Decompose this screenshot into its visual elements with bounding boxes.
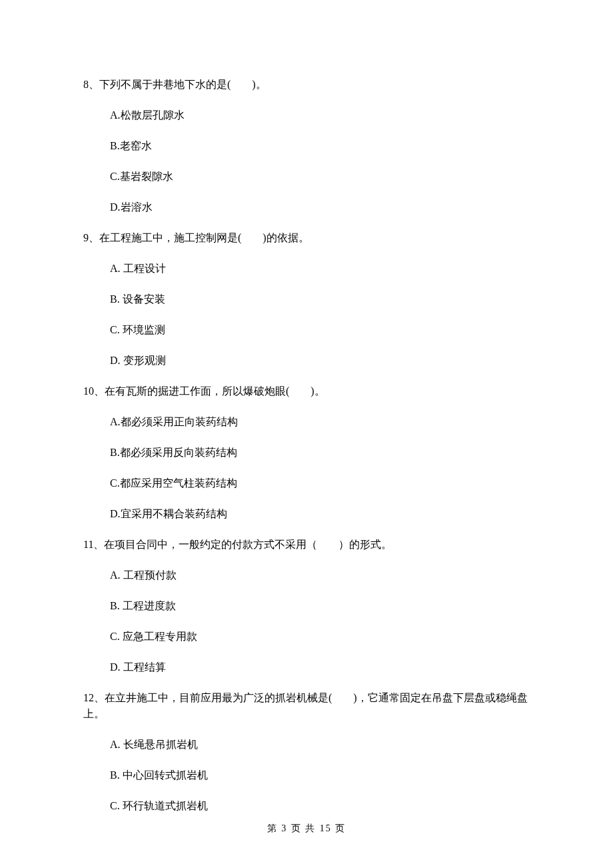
question-11: 11、在项目合同中，一般约定的付款方式不采用（ ）的形式。 A. 工程预付款 B… (83, 537, 530, 675)
option-a: A. 长绳悬吊抓岩机 (83, 737, 530, 753)
page-content: 8、下列不属于井巷地下水的是( )。 A.松散层孔隙水 B.老窑水 C.基岩裂隙… (0, 0, 613, 814)
option-d: D. 变形观测 (83, 353, 530, 369)
question-8: 8、下列不属于井巷地下水的是( )。 A.松散层孔隙水 B.老窑水 C.基岩裂隙… (83, 77, 530, 215)
option-b: B. 设备安装 (83, 291, 530, 307)
question-text: 11、在项目合同中，一般约定的付款方式不采用（ ）的形式。 (83, 537, 530, 553)
option-a: A.松散层孔隙水 (83, 107, 530, 123)
option-d: D.岩溶水 (83, 199, 530, 215)
option-b: B.都必须采用反向装药结构 (83, 445, 530, 461)
question-9: 9、在工程施工中，施工控制网是( )的依据。 A. 工程设计 B. 设备安装 C… (83, 230, 530, 369)
option-c: C.都应采用空气柱装药结构 (83, 475, 530, 491)
option-b: B.老窑水 (83, 138, 530, 154)
option-d: D. 工程结算 (83, 659, 530, 675)
page-footer: 第 3 页 共 15 页 (0, 823, 613, 835)
question-10: 10、在有瓦斯的掘进工作面，所以爆破炮眼( )。 A.都必须采用正向装药结构 B… (83, 383, 530, 522)
option-c: C. 环境监测 (83, 322, 530, 338)
option-c: C.基岩裂隙水 (83, 169, 530, 185)
option-a: A.都必须采用正向装药结构 (83, 414, 530, 430)
option-b: B. 工程进度款 (83, 598, 530, 614)
option-d: D.宜采用不耦合装药结构 (83, 506, 530, 522)
question-text: 10、在有瓦斯的掘进工作面，所以爆破炮眼( )。 (83, 383, 530, 399)
question-text: 8、下列不属于井巷地下水的是( )。 (83, 77, 530, 93)
option-a: A. 工程预付款 (83, 567, 530, 583)
question-12: 12、在立井施工中，目前应用最为广泛的抓岩机械是( )，它通常固定在吊盘下层盘或… (83, 690, 530, 814)
option-a: A. 工程设计 (83, 261, 530, 277)
option-b: B. 中心回转式抓岩机 (83, 767, 530, 783)
question-text: 9、在工程施工中，施工控制网是( )的依据。 (83, 230, 530, 246)
page-number: 第 3 页 共 15 页 (267, 823, 346, 833)
option-c: C. 应急工程专用款 (83, 629, 530, 645)
question-text: 12、在立井施工中，目前应用最为广泛的抓岩机械是( )，它通常固定在吊盘下层盘或… (83, 690, 530, 722)
option-c: C. 环行轨道式抓岩机 (83, 798, 530, 814)
